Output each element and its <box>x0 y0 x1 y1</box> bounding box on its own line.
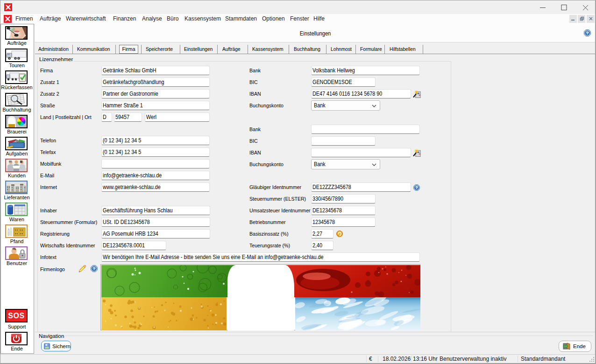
svg-text:?: ? <box>415 185 418 190</box>
svg-text:?: ? <box>586 31 589 35</box>
svg-text:?: ? <box>93 266 96 271</box>
